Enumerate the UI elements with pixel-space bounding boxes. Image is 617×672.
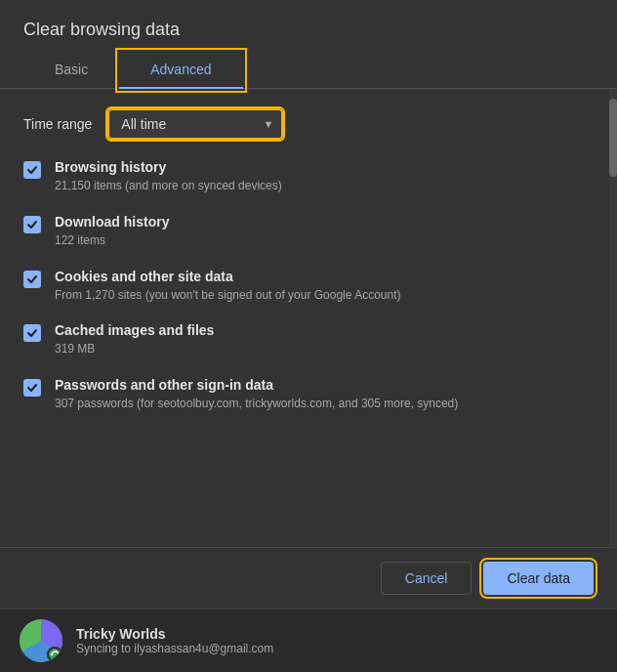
time-range-row: Time range Last hour Last 24 hours Last … <box>23 108 586 140</box>
content-area: Time range Last hour Last 24 hours Last … <box>0 89 617 547</box>
checkbox-browsing-history[interactable] <box>23 161 41 179</box>
sync-badge <box>47 647 62 662</box>
item-browsing-history: Browsing history 21,150 items (and more … <box>23 159 586 194</box>
time-range-label: Time range <box>23 116 92 132</box>
account-sync-text: Syncing to ilyashassan4u@gmail.com <box>76 642 273 655</box>
item-download-history-title: Download history <box>55 214 169 230</box>
clear-browsing-data-dialog: Clear browsing data Basic Advanced Time … <box>0 0 617 672</box>
item-cookies-title: Cookies and other site data <box>55 269 401 284</box>
account-info: Tricky Worlds Syncing to ilyashassan4u@g… <box>76 626 273 655</box>
dialog-title: Clear browsing data <box>0 0 617 52</box>
scrollable-content: Time range Last hour Last 24 hours Last … <box>0 89 609 547</box>
cancel-button[interactable]: Cancel <box>381 562 473 595</box>
avatar <box>20 619 62 662</box>
clear-data-button[interactable]: Clear data <box>483 562 594 595</box>
item-cookies-desc: From 1,270 sites (you won't be signed ou… <box>55 287 401 304</box>
item-cookies: Cookies and other site data From 1,270 s… <box>23 269 586 304</box>
item-passwords-title: Passwords and other sign-in data <box>55 377 458 393</box>
item-download-history: Download history 122 items <box>23 214 586 249</box>
item-download-history-desc: 122 items <box>55 232 169 249</box>
checkbox-passwords[interactable] <box>23 379 41 397</box>
time-range-select-wrapper: Last hour Last 24 hours Last 7 days Last… <box>107 108 283 140</box>
scrollbar-thumb[interactable] <box>609 99 617 177</box>
item-cached-images-desc: 319 MB <box>55 341 214 357</box>
time-range-select[interactable]: Last hour Last 24 hours Last 7 days Last… <box>107 108 283 140</box>
tab-advanced[interactable]: Advanced <box>119 52 242 89</box>
tab-basic[interactable]: Basic <box>23 52 119 89</box>
tabs-container: Basic Advanced <box>0 52 617 89</box>
item-cached-images-title: Cached images and files <box>55 322 214 338</box>
item-passwords-desc: 307 passwords (for seotoolbuy.com, trick… <box>55 396 458 412</box>
item-browsing-history-desc: 21,150 items (and more on synced devices… <box>55 178 282 194</box>
item-browsing-history-title: Browsing history <box>55 159 282 175</box>
checkbox-cached-images[interactable] <box>23 324 41 342</box>
footer-actions: Cancel Clear data <box>0 547 617 609</box>
checkbox-download-history[interactable] <box>23 216 41 233</box>
account-name: Tricky Worlds <box>76 626 273 642</box>
scrollbar[interactable] <box>609 89 617 547</box>
account-bar: Tricky Worlds Syncing to ilyashassan4u@g… <box>0 609 617 672</box>
item-passwords: Passwords and other sign-in data 307 pas… <box>23 377 586 412</box>
item-cached-images: Cached images and files 319 MB <box>23 322 586 357</box>
checkbox-cookies[interactable] <box>23 271 41 288</box>
